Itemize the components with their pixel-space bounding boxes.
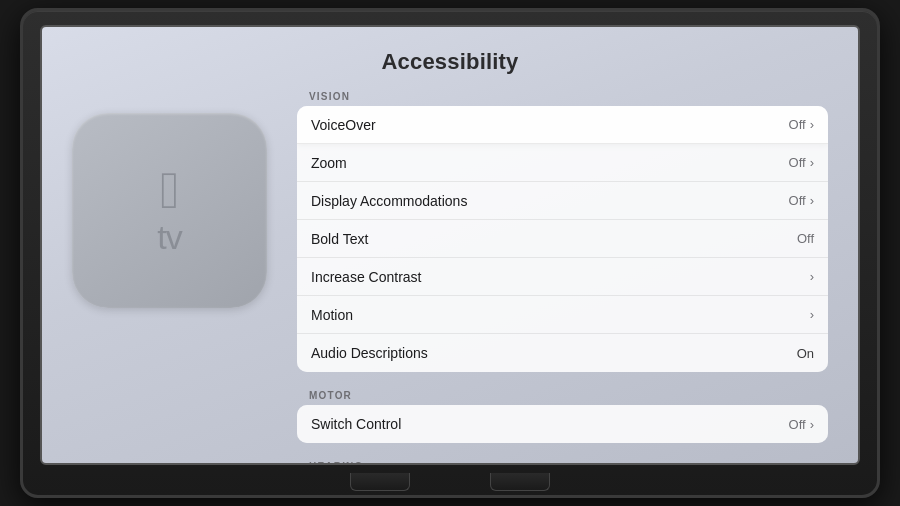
switch-control-label: Switch Control	[311, 416, 401, 432]
motor-section-header: MOTOR	[297, 382, 828, 405]
settings-item-bold-text[interactable]: Bold Text Off	[297, 220, 828, 258]
bold-text-right: Off	[797, 231, 814, 246]
page-title: Accessibility	[381, 49, 518, 75]
voiceover-value: Off	[789, 117, 806, 132]
audio-descriptions-right: On	[797, 346, 814, 361]
apple-icon: 	[160, 164, 179, 216]
motion-chevron: ›	[810, 307, 814, 322]
voiceover-chevron: ›	[810, 117, 814, 132]
settings-item-motion[interactable]: Motion ›	[297, 296, 828, 334]
settings-item-zoom[interactable]: Zoom Off ›	[297, 144, 828, 182]
motion-right: ›	[810, 307, 814, 322]
vision-settings-list: VoiceOver Off › Zoom Off ›	[297, 106, 828, 372]
settings-item-switch-control[interactable]: Switch Control Off ›	[297, 405, 828, 443]
settings-item-increase-contrast[interactable]: Increase Contrast ›	[297, 258, 828, 296]
switch-control-value: Off	[789, 417, 806, 432]
increase-contrast-chevron: ›	[810, 269, 814, 284]
bold-text-label: Bold Text	[311, 231, 368, 247]
voiceover-right: Off ›	[789, 117, 814, 132]
tv-foot-left	[350, 473, 410, 491]
increase-contrast-label: Increase Contrast	[311, 269, 422, 285]
display-accommodations-right: Off ›	[789, 193, 814, 208]
switch-control-chevron: ›	[810, 417, 814, 432]
tv-screen: Accessibility  tv VISION VoiceOver Off …	[40, 25, 860, 465]
display-accommodations-value: Off	[789, 193, 806, 208]
apple-tv-logo:  tv	[72, 113, 267, 308]
hearing-section-header: HEARING	[297, 453, 828, 465]
zoom-value: Off	[789, 155, 806, 170]
display-accommodations-chevron: ›	[810, 193, 814, 208]
content-area:  tv VISION VoiceOver Off › Z	[42, 83, 858, 465]
increase-contrast-right: ›	[810, 269, 814, 284]
settings-item-voiceover[interactable]: VoiceOver Off ›	[297, 106, 828, 144]
tv-foot-right	[490, 473, 550, 491]
settings-item-audio-descriptions[interactable]: Audio Descriptions On	[297, 334, 828, 372]
display-accommodations-label: Display Accommodations	[311, 193, 467, 209]
zoom-chevron: ›	[810, 155, 814, 170]
tv-label: tv	[157, 218, 181, 257]
tv-stand	[350, 469, 550, 491]
zoom-right: Off ›	[789, 155, 814, 170]
voiceover-label: VoiceOver	[311, 117, 376, 133]
settings-panel: VISION VoiceOver Off › Zoom Off ›	[297, 83, 828, 465]
motion-label: Motion	[311, 307, 353, 323]
switch-control-right: Off ›	[789, 417, 814, 432]
audio-descriptions-label: Audio Descriptions	[311, 345, 428, 361]
settings-item-display-accommodations[interactable]: Display Accommodations Off ›	[297, 182, 828, 220]
audio-descriptions-value: On	[797, 346, 814, 361]
tv-frame: Accessibility  tv VISION VoiceOver Off …	[20, 8, 880, 498]
bold-text-value: Off	[797, 231, 814, 246]
motor-settings-list: Switch Control Off ›	[297, 405, 828, 443]
zoom-label: Zoom	[311, 155, 347, 171]
vision-section-header: VISION	[297, 83, 828, 106]
